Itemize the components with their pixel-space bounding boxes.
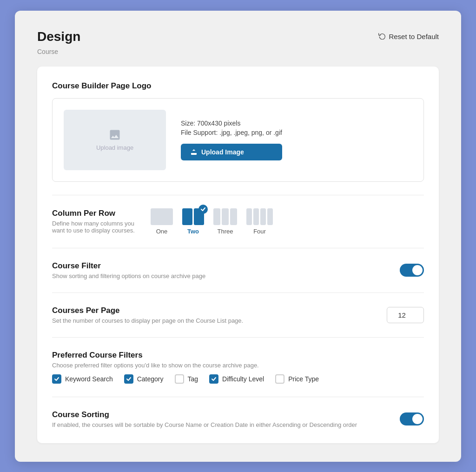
column-section-info: Column Per Row Define how many columns y… xyxy=(52,209,136,234)
logo-section-title: Course Builder Page Logo xyxy=(52,81,424,91)
per-page-row: Courses Per Page Set the number of cours… xyxy=(52,306,424,324)
col-one-block xyxy=(151,208,173,225)
price-type-label: Price Type xyxy=(288,375,319,383)
course-sorting-section: Course Sorting If enabled, the courses w… xyxy=(52,410,424,428)
tag-label: Tag xyxy=(188,375,198,383)
column-section-desc: Define how many columns you want to use … xyxy=(52,220,136,234)
size-text: Size: 700x430 pixels xyxy=(181,120,282,127)
col-three-label: Three xyxy=(218,228,233,235)
price-type-checkbox[interactable] xyxy=(275,374,284,384)
keyword-search-label: Keyword Search xyxy=(65,375,113,383)
column-section: Column Per Row Define how many columns y… xyxy=(52,208,424,248)
sorting-info: Course Sorting If enabled, the courses w… xyxy=(52,410,357,428)
image-placeholder: Upload image xyxy=(64,110,166,170)
sorting-toggle-slider xyxy=(400,412,424,425)
col-three-block-c xyxy=(230,208,237,225)
per-page-title: Courses Per Page xyxy=(52,306,243,315)
filter-tag[interactable]: Tag xyxy=(175,374,198,384)
reset-label: Reset to Default xyxy=(389,33,439,40)
upload-btn-label: Upload Image xyxy=(201,148,244,156)
col-four-block-d xyxy=(267,208,273,225)
category-checkbox[interactable] xyxy=(124,374,133,384)
per-page-info: Courses Per Page Set the number of cours… xyxy=(52,306,243,324)
col-four-block-c xyxy=(260,208,266,225)
tag-checkbox[interactable] xyxy=(175,374,184,384)
col-four-label: Four xyxy=(253,228,266,235)
sorting-toggle-row: Course Sorting If enabled, the courses w… xyxy=(52,410,424,428)
filter-title: Course Filter xyxy=(52,261,205,271)
col-three-block-b xyxy=(222,208,229,225)
reset-icon xyxy=(378,32,386,41)
col-three-block-a xyxy=(213,208,220,225)
page-title: Design xyxy=(37,29,80,44)
sorting-title: Course Sorting xyxy=(52,410,357,419)
column-option-two[interactable]: Two xyxy=(182,208,204,235)
col-one-label: One xyxy=(156,228,168,235)
filter-desc: Show sorting and filtering options on co… xyxy=(52,273,205,279)
column-options: One Two xyxy=(151,208,273,235)
placeholder-text: Upload image xyxy=(96,144,133,151)
main-card: Course Builder Page Logo Upload image Si… xyxy=(37,66,439,443)
course-sorting-toggle[interactable] xyxy=(400,412,424,425)
reset-to-default-button[interactable]: Reset to Default xyxy=(378,32,439,41)
column-option-one[interactable]: One xyxy=(151,208,173,235)
filter-price-type[interactable]: Price Type xyxy=(275,374,319,384)
preferred-filters-title: Preferred Course Filters xyxy=(52,351,424,360)
filter-keyword-search[interactable]: Keyword Search xyxy=(52,374,113,384)
col-four-icon xyxy=(246,208,273,225)
col-one-icon xyxy=(151,208,173,225)
filter-info: Course Filter Show sorting and filtering… xyxy=(52,261,205,279)
upload-image-button[interactable]: Upload Image xyxy=(181,144,282,160)
sorting-desc: If enabled, the courses will be sortable… xyxy=(52,421,357,428)
column-option-three[interactable]: Three xyxy=(213,208,237,235)
col-three-icon xyxy=(213,208,237,225)
per-page-input[interactable] xyxy=(387,307,424,323)
per-page-section: Courses Per Page Set the number of cours… xyxy=(52,306,424,338)
filters-row: Keyword Search Category xyxy=(52,374,424,384)
page-header: Design Reset to Default xyxy=(37,29,439,44)
breadcrumb: Course xyxy=(37,48,439,55)
upload-info: Size: 700x430 pixels File Support: .jpg,… xyxy=(181,120,282,160)
selected-checkmark xyxy=(198,205,208,214)
column-option-four[interactable]: Four xyxy=(246,208,273,235)
per-page-desc: Set the number of courses to display per… xyxy=(52,317,243,324)
svg-point-0 xyxy=(112,132,114,134)
outer-card: Design Reset to Default Course Course Bu… xyxy=(15,11,461,462)
difficulty-check-icon xyxy=(211,376,217,382)
filter-difficulty[interactable]: Difficulty Level xyxy=(209,374,264,384)
check-icon xyxy=(200,206,206,212)
keyword-search-checkbox[interactable] xyxy=(52,374,61,384)
column-section-title: Column Per Row xyxy=(52,209,136,218)
logo-upload-box: Upload image Size: 700x430 pixels File S… xyxy=(52,98,424,182)
filter-category[interactable]: Category xyxy=(124,374,164,384)
upload-icon xyxy=(190,148,198,156)
toggle-slider xyxy=(400,264,424,277)
columns-row: Column Per Row Define how many columns y… xyxy=(52,208,424,235)
filter-toggle-row: Course Filter Show sorting and filtering… xyxy=(52,261,424,279)
col-two-label: Two xyxy=(187,228,199,235)
course-filter-section: Course Filter Show sorting and filtering… xyxy=(52,261,424,293)
difficulty-checkbox[interactable] xyxy=(209,374,218,384)
preferred-filters-section: Preferred Course Filters Choose preferre… xyxy=(52,351,424,397)
category-label: Category xyxy=(137,375,164,383)
preferred-filters-desc: Choose preferred filter options you'd li… xyxy=(52,362,424,369)
course-filter-toggle[interactable] xyxy=(400,264,424,277)
col-four-block-a xyxy=(246,208,252,225)
difficulty-label: Difficulty Level xyxy=(222,375,264,383)
file-support-text: File Support: .jpg, .jpeg, png, or .gif xyxy=(181,129,282,136)
col-two-block-a xyxy=(182,208,192,225)
keyword-check-icon xyxy=(54,376,60,382)
image-icon xyxy=(108,128,121,141)
col-four-block-b xyxy=(253,208,259,225)
category-check-icon xyxy=(126,376,132,382)
logo-section: Course Builder Page Logo Upload image Si… xyxy=(52,81,424,195)
